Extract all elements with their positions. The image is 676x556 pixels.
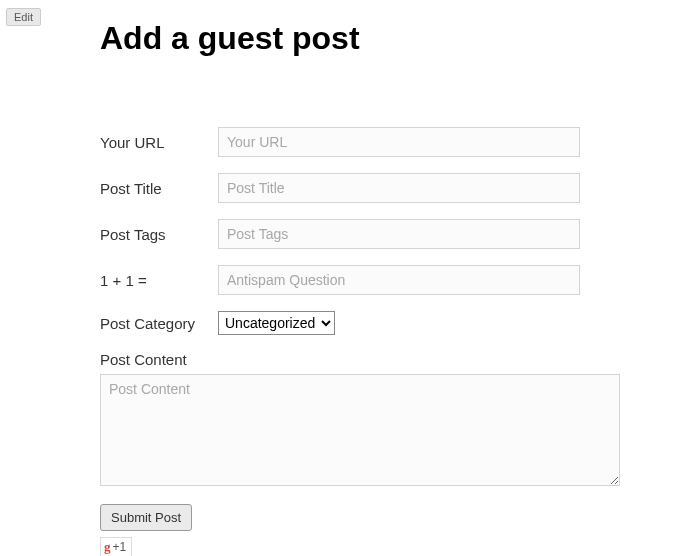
content-textarea[interactable] [100,374,620,486]
post-title-input[interactable] [218,173,580,203]
row-antispam: 1 + 1 = [100,265,676,295]
label-url: Your URL [100,134,218,151]
label-category: Post Category [100,315,218,332]
google-plus-one-button[interactable]: g +1 [100,537,132,556]
google-plus-icon: g [104,539,111,555]
google-plus-label: +1 [113,540,127,554]
antispam-input[interactable] [218,265,580,295]
page-title: Add a guest post [100,20,676,57]
label-post-title: Post Title [100,180,218,197]
row-post-title: Post Title [100,173,676,203]
label-post-tags: Post Tags [100,226,218,243]
row-post-tags: Post Tags [100,219,676,249]
label-content: Post Content [100,351,676,368]
row-category: Post Category Uncategorized [100,311,676,335]
edit-button[interactable]: Edit [6,8,41,26]
row-url: Your URL [100,127,676,157]
url-input[interactable] [218,127,580,157]
main-content: Add a guest post Your URL Post Title Pos… [100,0,676,556]
category-select[interactable]: Uncategorized [218,311,335,335]
submit-button[interactable]: Submit Post [100,504,192,531]
label-antispam: 1 + 1 = [100,272,218,289]
post-tags-input[interactable] [218,219,580,249]
